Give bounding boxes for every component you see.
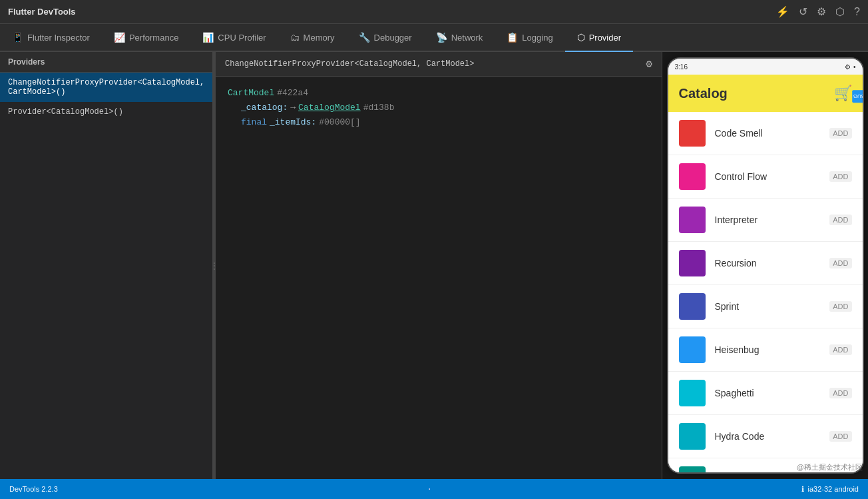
app-title: Flutter DevTools (8, 7, 776, 17)
phone-list-item: Recursion ADD (668, 242, 863, 285)
phone-item-name: Sprint (715, 301, 821, 312)
phone-color-swatch (679, 466, 706, 474)
phone-item-name: Recursion (715, 258, 821, 268)
phone-item-name: Hydra Code (715, 431, 821, 442)
phone-app-bar: Catalog 🛒 (668, 75, 863, 112)
detail-panel: ChangeNotifierProxyProvider<CatalogModel… (216, 52, 662, 479)
tab-debugger[interactable]: 🔧 Debugger (347, 24, 424, 52)
phone-list-item: Hydra Code ADD (668, 415, 863, 458)
main-content: Providers ChangeNotifierProxyProvider<Ca… (0, 52, 868, 479)
refresh-icon[interactable]: ↺ (799, 5, 807, 18)
phone-item-name: Heisenbug (715, 344, 821, 355)
phone-mockup: 3:16 ⚙ • Catalog 🛒 Code Smell ADD Contro… (662, 52, 868, 479)
phone-color-swatch (679, 250, 706, 276)
tab-logging-label: Logging (522, 33, 552, 43)
code-line-2: final _itemIds: #00000[] (228, 115, 650, 130)
lightning-icon[interactable]: ⚡ (776, 5, 789, 18)
detail-content: CartModel #422a4 _catalog: → CatalogMode… (216, 77, 662, 139)
settings-icon[interactable]: ⚙ (817, 5, 826, 18)
debugger-icon: 🔧 (359, 32, 370, 43)
titlebar: Flutter DevTools ⚡ ↺ ⚙ ⬡ ? (0, 0, 868, 24)
phone-status-bar: 3:16 ⚙ • (668, 59, 863, 75)
code-arrow-0: → (290, 101, 296, 115)
tab-performance[interactable]: 📈 Performance (102, 24, 190, 52)
phone-debug-badge: DEBUG (851, 90, 863, 103)
plugin-icon[interactable]: ⬡ (835, 5, 845, 18)
code-label-catalog: _catalog: (241, 101, 288, 115)
tab-logging[interactable]: 📋 Logging (495, 24, 564, 52)
logging-icon: 📋 (507, 32, 518, 43)
phone-list-item: Control Flow ADD (668, 155, 863, 199)
tab-network[interactable]: 📡 Network (424, 24, 495, 52)
flutter-inspector-icon: 📱 (12, 32, 23, 43)
info-icon: ℹ (801, 485, 804, 494)
code-link-catalogmodel[interactable]: CatalogModel (298, 101, 361, 115)
statusbar-middle: · (428, 483, 431, 495)
provider-item-0[interactable]: ChangeNotifierProxyProvider<CatalogModel… (0, 73, 212, 102)
tab-performance-label: Performance (129, 33, 178, 43)
tab-cpu-profiler[interactable]: 📊 CPU Profiler (190, 24, 278, 52)
tab-memory-label: Memory (304, 33, 335, 43)
phone-color-swatch (679, 293, 706, 320)
devtools-version: DevTools 2.2.3 (9, 485, 58, 493)
phone-add-button[interactable]: ADD (829, 301, 851, 312)
statusbar: DevTools 2.2.3 · ℹ ia32-32 android (0, 479, 868, 499)
providers-panel: Providers ChangeNotifierProxyProvider<Ca… (0, 52, 213, 479)
phone-list-item: Heisenbug ADD (668, 328, 863, 372)
tab-network-label: Network (451, 33, 483, 43)
device-info: ia32-32 android (808, 485, 859, 493)
phone-frame: 3:16 ⚙ • Catalog 🛒 Code Smell ADD Contro… (667, 57, 864, 474)
network-icon: 📡 (436, 32, 447, 43)
code-hash-2: #00000[] (319, 115, 360, 130)
phone-add-button[interactable]: ADD (829, 215, 851, 225)
phone-add-button[interactable]: ADD (829, 431, 851, 442)
memory-icon: 🗂 (290, 32, 300, 43)
statusbar-left: DevTools 2.2.3 (9, 485, 58, 493)
providers-header: Providers (0, 52, 212, 73)
tab-flutter-inspector-label: Flutter Inspector (27, 33, 90, 43)
help-icon[interactable]: ? (854, 6, 860, 18)
detail-settings-icon[interactable]: ⚙ (646, 57, 652, 71)
tab-provider[interactable]: ⬡ Provider (565, 24, 633, 52)
phone-color-swatch (679, 163, 706, 190)
phone-settings-icon: ⚙ (845, 63, 851, 71)
titlebar-icons: ⚡ ↺ ⚙ ⬡ ? (776, 5, 860, 18)
phone-add-button[interactable]: ADD (829, 344, 851, 355)
phone-item-name: Control Flow (715, 171, 821, 182)
phone-time: 3:16 (675, 63, 688, 71)
phone-list-item: Sprint ADD (668, 285, 863, 328)
watermark: @稀土掘金技术社区 (797, 462, 863, 472)
phone-add-button[interactable]: ADD (829, 128, 851, 139)
cpu-profiler-icon: 📊 (202, 32, 214, 43)
tab-cpu-profiler-label: CPU Profiler (218, 33, 266, 43)
phone-add-button[interactable]: ADD (829, 171, 851, 182)
phone-status-icons: ⚙ • (845, 63, 856, 71)
phone-item-name: Interpreter (715, 215, 821, 225)
phone-color-swatch (679, 380, 706, 406)
tab-debugger-label: Debugger (374, 33, 412, 43)
code-line-1: _catalog: → CatalogModel #d138b (228, 101, 650, 115)
phone-color-swatch (679, 336, 706, 363)
phone-item-name: Spaghetti (715, 388, 821, 398)
phone-app-title: Catalog (679, 86, 728, 101)
code-hash-0: #422a4 (277, 86, 308, 101)
phone-add-button[interactable]: ADD (829, 258, 851, 268)
code-line-0: CartModel #422a4 (228, 86, 650, 101)
phone-item-name: Code Smell (715, 128, 821, 139)
tabbar: 📱 Flutter Inspector 📈 Performance 📊 CPU … (0, 24, 868, 52)
phone-list-item: Interpreter ADD (668, 199, 863, 242)
phone-cart-icon[interactable]: 🛒 (834, 85, 852, 102)
performance-icon: 📈 (114, 32, 125, 43)
tab-flutter-inspector[interactable]: 📱 Flutter Inspector (0, 24, 102, 52)
code-class-cartmodel[interactable]: CartModel (228, 86, 274, 101)
phone-add-button[interactable]: ADD (829, 388, 851, 398)
phone-color-swatch (679, 207, 706, 233)
code-hash-1: #d138b (363, 101, 395, 115)
tab-memory[interactable]: 🗂 Memory (278, 24, 347, 52)
phone-list-item: Code Smell ADD (668, 112, 863, 155)
code-label-itemids: _itemIds: (270, 115, 316, 130)
phone-list-item: Spaghetti ADD (668, 372, 863, 415)
provider-item-1[interactable]: Provider<CatalogModel>() (0, 102, 212, 122)
phone-list: Code Smell ADD Control Flow ADD Interpre… (668, 112, 863, 474)
detail-header-title: ChangeNotifierProxyProvider<CatalogModel… (225, 59, 474, 69)
